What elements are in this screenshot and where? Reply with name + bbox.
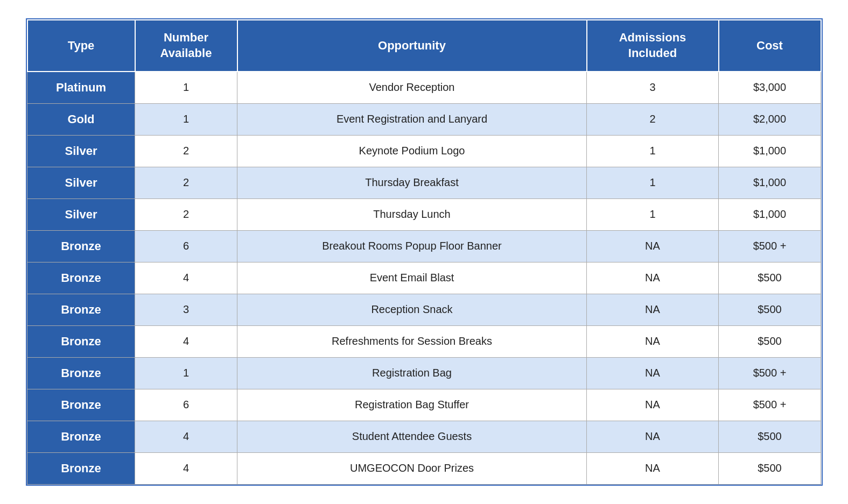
cell-admissions-included: NA [587, 325, 719, 357]
cell-cost: $3,000 [719, 72, 821, 104]
table-row: Bronze1Registration BagNA$500 + [27, 357, 821, 389]
cell-number-available: 2 [135, 135, 237, 167]
cell-type: Bronze [27, 294, 135, 325]
cell-opportunity: Refreshments for Session Breaks [237, 325, 587, 357]
cell-admissions-included: NA [587, 421, 719, 452]
cell-number-available: 4 [135, 421, 237, 452]
cell-opportunity: Thursday Lunch [237, 198, 587, 230]
cell-type: Bronze [27, 325, 135, 357]
cell-type: Bronze [27, 262, 135, 294]
cell-opportunity: Keynote Podium Logo [237, 135, 587, 167]
table-row: Bronze4Event Email BlastNA$500 [27, 262, 821, 294]
cell-admissions-included: NA [587, 357, 719, 389]
sponsorship-table: Type Number Available Opportunity Admiss… [26, 18, 823, 485]
cell-admissions-included: 3 [587, 72, 719, 104]
cell-opportunity: UMGEOCON Door Prizes [237, 452, 587, 484]
table-row: Silver2Thursday Breakfast1$1,000 [27, 167, 821, 198]
cell-cost: $500 + [719, 230, 821, 262]
cell-admissions-included: NA [587, 389, 719, 421]
cell-admissions-included: NA [587, 230, 719, 262]
cell-type: Bronze [27, 421, 135, 452]
table-row: Gold1Event Registration and Lanyard2$2,0… [27, 103, 821, 135]
cell-cost: $1,000 [719, 135, 821, 167]
cell-number-available: 6 [135, 389, 237, 421]
cell-opportunity: Breakout Rooms Popup Floor Banner [237, 230, 587, 262]
cell-number-available: 4 [135, 325, 237, 357]
cell-opportunity: Vendor Reception [237, 72, 587, 104]
cell-admissions-included: 2 [587, 103, 719, 135]
cell-cost: $500 + [719, 357, 821, 389]
cell-cost: $1,000 [719, 198, 821, 230]
cell-cost: $500 [719, 421, 821, 452]
cell-cost: $2,000 [719, 103, 821, 135]
cell-type: Bronze [27, 230, 135, 262]
cell-number-available: 1 [135, 72, 237, 104]
cell-type: Silver [27, 198, 135, 230]
cell-cost: $500 + [719, 389, 821, 421]
cell-type: Silver [27, 167, 135, 198]
cell-admissions-included: 1 [587, 135, 719, 167]
header-type: Type [27, 20, 135, 71]
cell-number-available: 1 [135, 103, 237, 135]
cell-type: Silver [27, 135, 135, 167]
table-row: Bronze3Reception SnackNA$500 [27, 294, 821, 325]
cell-cost: $1,000 [719, 167, 821, 198]
table-row: Silver2Keynote Podium Logo1$1,000 [27, 135, 821, 167]
table-row: Bronze6Breakout Rooms Popup Floor Banner… [27, 230, 821, 262]
cell-opportunity: Registration Bag Stuffer [237, 389, 587, 421]
table-row: Platinum1Vendor Reception3$3,000 [27, 72, 821, 104]
cell-type: Bronze [27, 452, 135, 484]
cell-opportunity: Event Registration and Lanyard [237, 103, 587, 135]
table-header-row: Type Number Available Opportunity Admiss… [27, 20, 821, 71]
cell-opportunity: Student Attendee Guests [237, 421, 587, 452]
table-row: Bronze4Student Attendee GuestsNA$500 [27, 421, 821, 452]
header-cost: Cost [719, 20, 821, 71]
cell-number-available: 4 [135, 262, 237, 294]
cell-number-available: 2 [135, 198, 237, 230]
cell-opportunity: Event Email Blast [237, 262, 587, 294]
table-row: Bronze6Registration Bag StufferNA$500 + [27, 389, 821, 421]
cell-opportunity: Reception Snack [237, 294, 587, 325]
cell-number-available: 1 [135, 357, 237, 389]
cell-admissions-included: NA [587, 452, 719, 484]
cell-number-available: 6 [135, 230, 237, 262]
cell-type: Bronze [27, 389, 135, 421]
cell-opportunity: Thursday Breakfast [237, 167, 587, 198]
table-row: Silver2Thursday Lunch1$1,000 [27, 198, 821, 230]
cell-admissions-included: 1 [587, 167, 719, 198]
cell-cost: $500 [719, 325, 821, 357]
cell-type: Platinum [27, 72, 135, 104]
cell-opportunity: Registration Bag [237, 357, 587, 389]
cell-number-available: 2 [135, 167, 237, 198]
cell-cost: $500 [719, 294, 821, 325]
cell-admissions-included: 1 [587, 198, 719, 230]
header-opportunity: Opportunity [237, 20, 587, 71]
cell-type: Bronze [27, 357, 135, 389]
table-row: Bronze4UMGEOCON Door PrizesNA$500 [27, 452, 821, 484]
cell-admissions-included: NA [587, 294, 719, 325]
cell-cost: $500 [719, 262, 821, 294]
header-admissions-included: Admissions Included [587, 20, 719, 71]
cell-type: Gold [27, 103, 135, 135]
cell-number-available: 3 [135, 294, 237, 325]
cell-cost: $500 [719, 452, 821, 484]
cell-number-available: 4 [135, 452, 237, 484]
cell-admissions-included: NA [587, 262, 719, 294]
table-row: Bronze4Refreshments for Session BreaksNA… [27, 325, 821, 357]
header-number-available: Number Available [135, 20, 237, 71]
